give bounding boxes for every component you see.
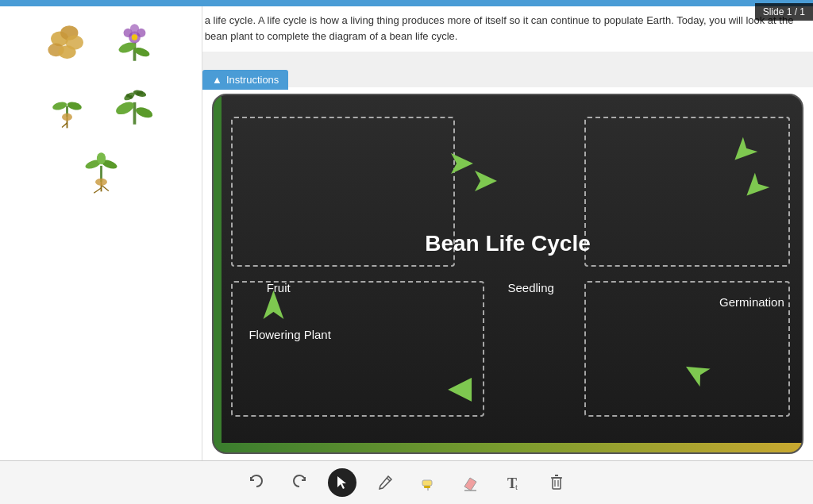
svg-point-22	[114, 99, 136, 117]
flowering-plant-label: Flowering Plant	[249, 328, 330, 341]
svg-point-29	[140, 90, 144, 94]
bean-pod-image[interactable]	[107, 78, 163, 133]
svg-line-31	[94, 187, 101, 193]
svg-point-14	[132, 34, 137, 40]
svg-line-16	[62, 122, 67, 127]
highlighter-button[interactable]	[414, 468, 442, 497]
svg-point-37	[96, 152, 105, 164]
svg-rect-45	[553, 478, 561, 489]
seedling-small-image[interactable]	[40, 78, 95, 133]
sidebar-row-2	[12, 78, 190, 133]
fruit-box[interactable]	[231, 117, 455, 267]
bean-life-cycle-diagram: Bean Life Cycle Fruit Flowering Plant Se…	[212, 94, 803, 454]
select-button[interactable]	[328, 468, 356, 497]
svg-line-32	[101, 185, 108, 190]
up-arrow: ➤	[258, 290, 287, 321]
top-mid-arrow: ➤	[472, 167, 496, 195]
pen-button[interactable]	[371, 468, 399, 497]
svg-rect-40	[424, 486, 430, 488]
slide-indicator: Slide 1 / 1	[755, 3, 813, 21]
svg-point-20	[67, 100, 83, 111]
redo-button[interactable]	[285, 468, 314, 497]
seeds-image[interactable]	[40, 14, 95, 70]
svg-point-18	[62, 113, 72, 120]
chevron-up-icon: ▲	[212, 74, 222, 86]
sidebar-row-1	[12, 14, 190, 70]
germination-image[interactable]	[73, 141, 129, 197]
flowering-plant-image[interactable]	[107, 14, 163, 70]
seedling-label: Seedling	[508, 281, 554, 294]
germination-label: Germination	[719, 295, 784, 309]
svg-point-27	[129, 95, 133, 99]
toolbar: T t	[0, 460, 813, 504]
diagram-container: Bean Life Cycle Fruit Flowering Plant Se…	[202, 87, 813, 460]
delete-button[interactable]	[542, 468, 571, 497]
undo-button[interactable]	[242, 468, 271, 497]
svg-point-19	[52, 100, 67, 111]
svg-point-13	[130, 24, 139, 33]
text-button[interactable]: T t	[499, 468, 528, 497]
bottom-left-arrow: ◀	[449, 374, 471, 402]
svg-line-38	[387, 478, 390, 481]
eraser-button[interactable]	[457, 468, 485, 497]
top-right-arrow: ➤	[449, 149, 472, 178]
sidebar-row-3	[12, 141, 190, 197]
svg-point-34	[95, 178, 107, 185]
svg-point-6	[58, 45, 75, 59]
instructions-toggle-button[interactable]: ▲ Instructions	[202, 70, 288, 90]
svg-text:t: t	[515, 482, 518, 491]
top-bar	[0, 0, 813, 6]
sidebar	[0, 6, 202, 460]
svg-point-23	[134, 105, 154, 119]
svg-rect-39	[422, 480, 432, 486]
